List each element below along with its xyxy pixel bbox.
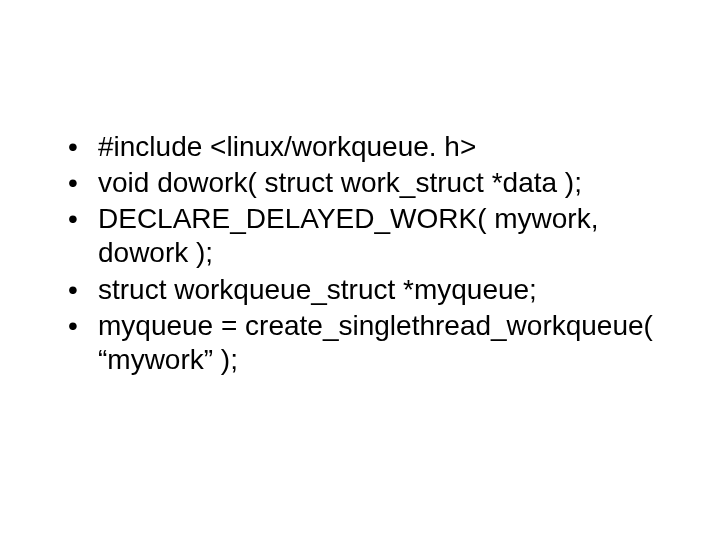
bullet-text: void dowork( struct work_struct *data );: [98, 167, 582, 198]
list-item: DECLARE_DELAYED_WORK( mywork, dowork );: [60, 202, 660, 270]
slide: #include <linux/workqueue. h> void dowor…: [0, 0, 720, 540]
list-item: #include <linux/workqueue. h>: [60, 130, 660, 164]
list-item: struct workqueue_struct *myqueue;: [60, 273, 660, 307]
bullet-text: struct workqueue_struct *myqueue;: [98, 274, 537, 305]
list-item: void dowork( struct work_struct *data );: [60, 166, 660, 200]
bullet-text: DECLARE_DELAYED_WORK( mywork, dowork );: [98, 203, 598, 268]
list-item: myqueue = create_singlethread_workqueue(…: [60, 309, 660, 377]
bullet-text: myqueue = create_singlethread_workqueue(…: [98, 310, 653, 375]
bullet-list: #include <linux/workqueue. h> void dowor…: [60, 130, 660, 377]
bullet-text: #include <linux/workqueue. h>: [98, 131, 476, 162]
